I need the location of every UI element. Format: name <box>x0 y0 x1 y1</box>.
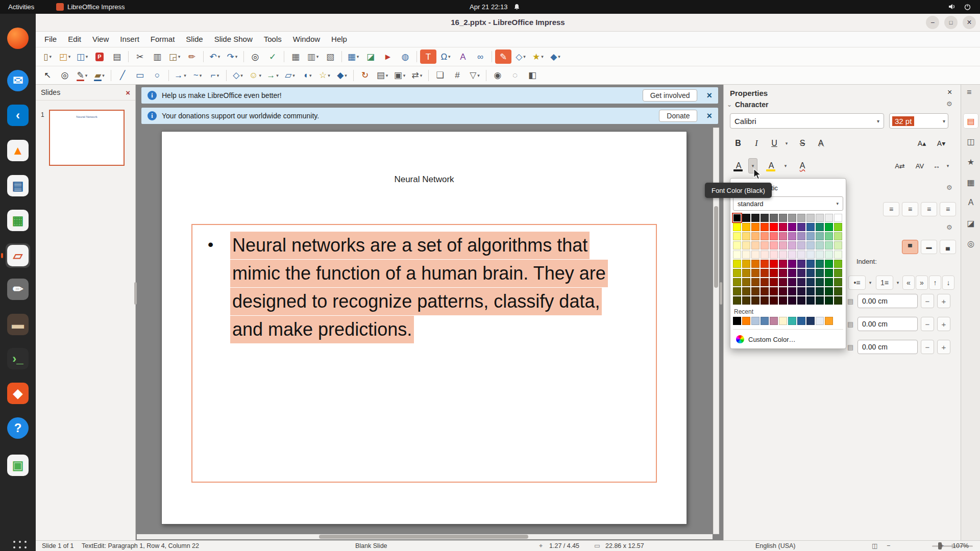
distribute-button[interactable]: ⇄▾ <box>409 68 425 83</box>
open-file-button[interactable]: ◰▾ <box>57 49 73 64</box>
palette-swatch[interactable] <box>834 223 842 231</box>
firefox-launcher[interactable] <box>6 26 30 51</box>
menu-view[interactable]: View <box>87 32 114 47</box>
stars-banners-dropdown-icon[interactable]: ▾ <box>328 73 330 78</box>
line-arrow-dropdown-icon[interactable]: ▾ <box>184 73 186 78</box>
palette-swatch[interactable] <box>816 214 824 222</box>
palette-select[interactable]: standard ▾ <box>733 196 843 211</box>
find-replace-button[interactable]: ◎ <box>247 49 263 64</box>
recent-swatch[interactable] <box>788 317 796 325</box>
palette-swatch[interactable] <box>816 241 824 249</box>
highlight-color-button[interactable]: A <box>763 158 780 173</box>
line-arrow-button[interactable]: →▾ <box>172 68 188 83</box>
menu-help[interactable]: Help <box>326 32 353 47</box>
palette-swatch[interactable] <box>742 260 750 268</box>
master-slide-button[interactable]: ▧ <box>322 49 338 64</box>
curves-polygons-button[interactable]: ~▾ <box>189 68 206 83</box>
flowchart-button[interactable]: ▱▾ <box>282 68 298 83</box>
sidebar-tab-properties[interactable]: ▤ <box>963 113 978 129</box>
cut-button[interactable]: ✂ <box>132 49 148 64</box>
sidebar-tab-animation[interactable]: ★ <box>963 154 978 169</box>
palette-dropdown-icon[interactable]: ▾ <box>836 201 839 206</box>
zoom-out-button[interactable]: − <box>887 541 890 551</box>
language-selector[interactable]: English (USA) <box>755 541 796 551</box>
recent-swatch[interactable] <box>770 317 778 325</box>
spacing-options-button[interactable]: ↔ <box>930 158 943 173</box>
palette-swatch[interactable] <box>788 278 796 286</box>
zoom-in-button[interactable]: + <box>940 541 944 551</box>
basic-shapes-main-dropdown-icon[interactable]: ▾ <box>523 54 526 59</box>
palette-swatch[interactable] <box>761 260 769 268</box>
palette-swatch[interactable] <box>834 287 842 295</box>
stars-banners-main-dropdown-icon[interactable]: ▾ <box>541 54 544 59</box>
infobar-close-icon[interactable]: × <box>706 111 712 121</box>
palette-swatch[interactable] <box>761 251 769 259</box>
arrange-dropdown-icon[interactable]: ▾ <box>403 73 406 78</box>
ellipse-button[interactable]: ○ <box>149 68 165 83</box>
get-involved-button[interactable]: Get involved <box>643 89 698 102</box>
lo-calc-launcher[interactable]: ▦ <box>6 208 30 233</box>
palette-swatch[interactable] <box>806 296 815 305</box>
menu-tools[interactable]: Tools <box>258 32 287 47</box>
palette-swatch[interactable] <box>788 260 796 268</box>
palette-swatch[interactable] <box>834 241 842 249</box>
callouts-button[interactable]: ◖▾ <box>299 68 315 83</box>
fit-slide-icon[interactable]: ◫ <box>872 541 878 551</box>
distribute-dropdown-icon[interactable]: ▾ <box>420 73 423 78</box>
new-document-dropdown-icon[interactable]: ▾ <box>49 54 52 59</box>
underline-dropdown-icon[interactable]: ▾ <box>782 136 791 151</box>
copy-button[interactable]: ▥ <box>149 49 165 64</box>
redo-button[interactable]: ↷▾ <box>224 49 240 64</box>
palette-swatch[interactable] <box>779 241 787 249</box>
block-arrows-button[interactable]: →▾ <box>264 68 281 83</box>
palette-swatch[interactable] <box>761 287 769 295</box>
palette-swatch[interactable] <box>788 232 796 240</box>
show-draw-functions-button[interactable]: ✎ <box>495 49 511 64</box>
print-button[interactable]: ▤ <box>109 49 125 64</box>
edit-points-button[interactable]: ◉ <box>489 68 506 83</box>
clock-menu[interactable]: Apr 21 22:13 <box>470 0 520 14</box>
arrange-button[interactable]: ▣▾ <box>391 68 408 83</box>
increase-indent-button[interactable]: » <box>916 276 928 290</box>
palette-swatch[interactable] <box>761 241 769 249</box>
palette-swatch[interactable] <box>816 251 824 259</box>
center-vertically-button[interactable]: ▬ <box>921 240 937 254</box>
palette-swatch[interactable] <box>770 260 778 268</box>
insert-text-box-button[interactable]: T <box>420 49 436 64</box>
stars-banners-button[interactable]: ☆▾ <box>316 68 333 83</box>
flowchart-dropdown-icon[interactable]: ▾ <box>292 73 295 78</box>
sidebar-splitter-handle[interactable] <box>720 282 722 305</box>
palette-swatch[interactable] <box>733 296 741 305</box>
palette-swatch[interactable] <box>825 296 833 305</box>
palette-swatch[interactable] <box>834 296 842 305</box>
special-character-button[interactable]: Ω▾ <box>437 49 454 64</box>
italic-button[interactable]: I <box>748 136 765 151</box>
paste-button[interactable]: ◲▾ <box>166 49 183 64</box>
selected-text[interactable]: designed to recognize patterns, classify… <box>230 288 602 315</box>
palette-swatch[interactable] <box>742 251 750 259</box>
palette-swatch[interactable] <box>797 214 805 222</box>
palette-swatch[interactable] <box>770 214 778 222</box>
palette-swatch[interactable] <box>742 296 750 305</box>
paste-dropdown-icon[interactable]: ▾ <box>178 54 181 59</box>
palette-swatch[interactable] <box>825 232 833 240</box>
palette-swatch[interactable] <box>834 232 842 240</box>
snap-guides-dropdown-icon[interactable]: ▾ <box>316 54 319 59</box>
kerning-button[interactable]: AV <box>911 158 929 173</box>
palette-swatch[interactable] <box>751 287 760 295</box>
thunderbird-launcher[interactable]: ✉ <box>6 68 30 93</box>
canvas-horizontal-scrollbar[interactable] <box>137 534 713 539</box>
redo-dropdown-icon[interactable]: ▾ <box>235 54 238 59</box>
terminal-launcher[interactable]: ›_ <box>6 346 30 371</box>
palette-swatch[interactable] <box>751 269 760 277</box>
maximize-button[interactable]: □ <box>944 16 958 29</box>
export-pdf-button[interactable]: P <box>91 49 108 64</box>
palette-swatch[interactable] <box>733 214 741 222</box>
palette-swatch[interactable] <box>797 296 805 305</box>
palette-swatch[interactable] <box>797 251 805 259</box>
recent-swatch[interactable] <box>751 317 760 325</box>
menu-slide[interactable]: Slide <box>180 32 208 47</box>
palette-swatch[interactable] <box>733 251 741 259</box>
toggle-extrusion-button[interactable]: ◧ <box>524 68 541 83</box>
palette-swatch[interactable] <box>816 287 824 295</box>
